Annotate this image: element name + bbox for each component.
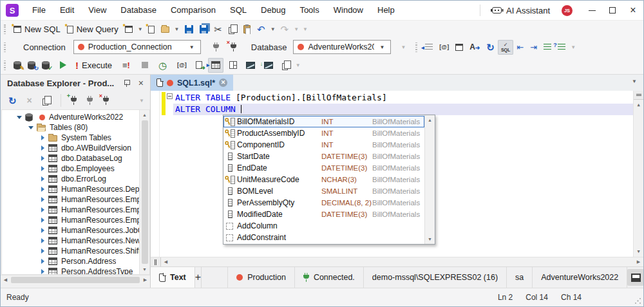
parameters-button[interactable]: [@]: [174, 58, 190, 73]
generate-script-button[interactable]: ➜: [193, 58, 205, 73]
disconnect-button[interactable]: ×: [99, 93, 113, 108]
check-database-button[interactable]: ✓: [39, 58, 53, 73]
explorer-vertical-scrollbar[interactable]: ▲ ▼: [139, 110, 149, 274]
tree-item-table[interactable]: Person.AddressType: [2, 266, 139, 274]
maximize-button[interactable]: [602, 1, 623, 20]
scroll-up-arrow[interactable]: ▲: [140, 110, 149, 120]
editor-vertical-scrollbar[interactable]: ▲ ▼: [633, 91, 643, 257]
tree-item-table[interactable]: HumanResources.Empl: [2, 205, 139, 215]
refresh-database-button[interactable]: ↻: [24, 58, 39, 73]
query-history-button[interactable]: ◷: [155, 58, 170, 73]
chevron-right-icon[interactable]: [39, 176, 46, 181]
indent-button[interactable]: ⇥: [527, 40, 540, 55]
undo-button[interactable]: ↶: [254, 22, 269, 37]
toolbar-overflow-dropdown[interactable]: ▼: [569, 44, 578, 50]
pin-icon[interactable]: [124, 79, 129, 87]
tree-item-table[interactable]: HumanResources.Depa: [2, 184, 139, 194]
new-connection-button[interactable]: +: [67, 93, 80, 108]
toolbar-overflow-dropdown[interactable]: ▼: [301, 26, 310, 32]
scrollbar-thumb[interactable]: [142, 120, 148, 264]
execute-button[interactable]: ! Execute: [72, 58, 115, 73]
text-view-tab[interactable]: Text: [151, 267, 195, 288]
chevron-right-icon[interactable]: [39, 248, 46, 254]
autocomplete-item[interactable]: ProductAssemblyID INT BillOfMaterials: [223, 127, 424, 139]
autocomplete-item[interactable]: AddColumn: [223, 220, 424, 232]
copy-button[interactable]: [225, 22, 240, 37]
chevron-right-icon[interactable]: [39, 156, 46, 161]
chevron-right-icon[interactable]: [39, 135, 46, 140]
database-select[interactable]: AdventureWorks20... ▼: [293, 40, 391, 54]
edit-database-button[interactable]: ✎: [10, 58, 24, 73]
menu-tools[interactable]: Tools: [292, 1, 326, 20]
tree-item-table[interactable]: dbo.AWBuildVersion: [2, 143, 139, 153]
redo-button[interactable]: ↷: [278, 22, 292, 37]
chevron-right-icon[interactable]: [39, 207, 46, 212]
user-badge[interactable]: JS: [562, 5, 573, 16]
scrollbar-thumb[interactable]: [11, 277, 140, 283]
toolbar-grip[interactable]: [4, 60, 6, 70]
open-in-new-tab-button[interactable]: [452, 40, 466, 55]
sql-editor[interactable]: ALTER TABLE [Production].[BillOfMaterial…: [151, 91, 643, 257]
scroll-down-arrow[interactable]: ▼: [140, 265, 149, 274]
menu-file[interactable]: File: [25, 1, 53, 20]
chevron-right-icon[interactable]: [39, 218, 46, 223]
add-view-button[interactable]: +: [195, 267, 202, 288]
menu-view[interactable]: View: [81, 1, 113, 20]
toolbar-overflow-dropdown[interactable]: ▼: [294, 62, 303, 68]
chevron-right-icon[interactable]: [39, 197, 46, 202]
new-results-window-button[interactable]: [279, 58, 294, 73]
menu-edit[interactable]: Edit: [53, 1, 81, 20]
results-to-grid-button[interactable]: ▸: [208, 58, 223, 73]
autocomplete-item[interactable]: UnitMeasureCode NCHAR(3) BillOfMaterials: [223, 174, 424, 185]
server-indicator[interactable]: demo-mssql\SQLEXPRESS02 (16): [364, 267, 507, 288]
autocomplete-item[interactable]: EndDate DATETIME(3) BillOfMaterials: [223, 162, 424, 174]
autocomplete-item[interactable]: StartDate DATETIME(3) BillOfMaterials: [223, 151, 424, 162]
tab-close-icon[interactable]: ✕: [219, 79, 227, 87]
chevron-right-icon[interactable]: [39, 166, 46, 171]
connection-indicator[interactable]: Production: [227, 267, 295, 288]
open-button[interactable]: [158, 22, 173, 37]
chevron-right-icon[interactable]: [39, 145, 46, 151]
tree-item-system-tables[interactable]: System Tables: [2, 133, 139, 143]
refresh-code-completion-button[interactable]: ↻: [483, 40, 498, 55]
format-selection-button[interactable]: ?: [554, 40, 569, 55]
save-all-button[interactable]: [196, 22, 211, 37]
new-document-button[interactable]: *: [145, 22, 158, 37]
connection-select-dropdown[interactable]: ▼: [187, 44, 196, 50]
connect-button[interactable]: [210, 40, 222, 55]
ai-assistant-button[interactable]: AI Assistant: [486, 1, 556, 20]
autocomplete-item[interactable]: PerAssemblyQty DECIMAL(8, 2) BillOfMater…: [223, 197, 424, 209]
tree-item-table[interactable]: HumanResources.Empl: [2, 194, 139, 205]
explorer-refresh-button[interactable]: ↻: [5, 93, 21, 108]
autocomplete-item[interactable]: ModifiedDate DATETIME(3) BillOfMaterials: [223, 209, 424, 220]
format-document-button[interactable]: [540, 40, 554, 55]
chevron-down-icon[interactable]: [28, 126, 34, 129]
split-view-toggle[interactable]: [627, 269, 644, 286]
chevron-right-icon[interactable]: [39, 269, 46, 274]
menu-sql[interactable]: SQL: [223, 1, 254, 20]
explorer-delete-button[interactable]: ×: [23, 93, 36, 108]
layout-button[interactable]: [226, 58, 240, 73]
outdent-button[interactable]: ⇤: [513, 40, 527, 55]
new-window-dropdown[interactable]: ▼: [136, 26, 145, 32]
new-window-button[interactable]: *: [122, 22, 136, 37]
tree-item-table[interactable]: dbo.DatabaseLog: [2, 153, 139, 163]
scroll-up-arrow[interactable]: ▲: [428, 115, 432, 125]
chevron-right-icon[interactable]: [39, 228, 46, 233]
tree-item-table[interactable]: dbo.Employees: [2, 163, 139, 174]
scroll-left-arrow[interactable]: ◀: [161, 259, 171, 265]
menu-debug[interactable]: Debug: [254, 1, 292, 20]
editor-hsplit-handle[interactable]: [151, 257, 161, 266]
explorer-duplicate-button[interactable]: [39, 93, 55, 108]
edit-parameters-button[interactable]: [@]: [436, 40, 452, 55]
toolbar-grip[interactable]: [415, 42, 417, 52]
explorer-toolbar-dropdown[interactable]: ▼: [137, 98, 146, 104]
tree-item-table[interactable]: HumanResources.Empl: [2, 215, 139, 225]
autocomplete-item[interactable]: AddConstraint: [223, 232, 424, 243]
new-sql-button[interactable]: * New SQL: [10, 22, 64, 37]
run-button[interactable]: [57, 58, 70, 73]
comment-lines-button[interactable]: ◂: [422, 40, 436, 55]
database-select-dropdown[interactable]: ▼: [378, 44, 387, 50]
menu-database[interactable]: Database: [113, 1, 164, 20]
chevron-right-icon[interactable]: [39, 238, 46, 243]
